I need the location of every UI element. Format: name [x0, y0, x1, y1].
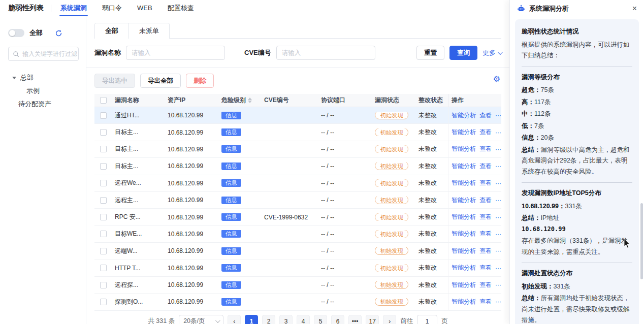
view-link[interactable]: 查看 — [479, 213, 492, 221]
smart-analyze-link[interactable]: 智能分析 — [452, 230, 476, 238]
goto-page-input[interactable] — [417, 315, 437, 324]
view-link[interactable]: 查看 — [479, 162, 492, 171]
row-more-link[interactable]: ··· — [495, 180, 501, 187]
tree-node-hq[interactable]: 总部 — [8, 71, 79, 84]
smart-analyze-link[interactable]: 智能分析 — [452, 162, 476, 171]
row-checkbox[interactable] — [100, 180, 107, 186]
query-button[interactable]: 查询 — [449, 46, 477, 60]
view-link[interactable]: 查看 — [479, 281, 492, 289]
table-row[interactable]: 远程We... 10.68.120.99 信息 -- / -- 初始发现 未整改… — [94, 175, 501, 192]
table-row[interactable]: 远程探... 10.68.120.99 信息 -- / -- 初始发现 未整改 … — [94, 277, 501, 294]
vuln-name-cell[interactable]: 目标WE... — [112, 230, 165, 238]
view-link[interactable]: 查看 — [479, 196, 492, 205]
vuln-name-cell[interactable]: 远程探... — [112, 281, 165, 289]
tab-undispatched[interactable]: 未派单 — [128, 23, 169, 39]
smart-analyze-link[interactable]: 智能分析 — [452, 298, 476, 306]
row-checkbox[interactable] — [100, 265, 107, 271]
vuln-name-cell[interactable]: 远程We... — [112, 179, 165, 187]
page-number-button[interactable]: 5 — [314, 315, 327, 324]
table-row[interactable]: 远程主... 10.68.120.99 信息 -- / -- 初始发现 未整改 … — [94, 192, 501, 209]
tab-weak-password[interactable]: 弱口令 — [102, 0, 122, 16]
col-risk-level[interactable]: 危险级别 — [218, 96, 261, 105]
row-checkbox[interactable] — [100, 197, 107, 204]
export-all-button[interactable]: 导出全部 — [140, 74, 181, 88]
close-icon[interactable]: × — [632, 5, 637, 13]
row-checkbox[interactable] — [100, 129, 107, 136]
vuln-name-cell[interactable]: 目标主... — [112, 145, 165, 153]
vuln-name-cell[interactable]: 目标主... — [112, 162, 165, 171]
table-row[interactable]: RPC 安... 10.68.120.99 信息 CVE-1999-0632 -… — [94, 209, 501, 225]
sort-icon[interactable] — [248, 98, 252, 103]
row-checkbox[interactable] — [100, 299, 107, 305]
prev-page-button[interactable]: ‹ — [228, 315, 241, 324]
view-link[interactable]: 查看 — [479, 247, 492, 255]
table-row[interactable]: 探测到O... 10.68.120.99 信息 -- / -- 初始发现 未整改… — [94, 294, 501, 310]
reset-button[interactable]: 重置 — [416, 46, 444, 60]
column-settings-gear-icon[interactable]: ⚙ — [493, 75, 500, 83]
vuln-name-cell[interactable]: 远端W... — [112, 247, 165, 255]
table-row[interactable]: 目标主... 10.68.120.99 信息 -- / -- 初始发现 未整改 … — [94, 141, 501, 158]
tab-system-vuln[interactable]: 系统漏洞 — [60, 0, 87, 16]
export-selected-button[interactable]: 导出选中 — [94, 74, 135, 88]
vuln-name-cell[interactable]: RPC 安... — [112, 213, 165, 221]
vuln-name-cell[interactable]: HTTP T... — [112, 265, 165, 272]
table-row[interactable]: 远端W... 10.68.120.99 信息 -- / -- 初始发现 未整改 … — [94, 243, 501, 260]
row-more-link[interactable]: ··· — [495, 197, 501, 204]
smart-analyze-link[interactable]: 智能分析 — [452, 128, 476, 137]
row-checkbox[interactable] — [100, 163, 107, 170]
smart-analyze-link[interactable]: 智能分析 — [452, 179, 476, 187]
panel-scrollbar[interactable] — [640, 203, 643, 279]
tab-web[interactable]: WEB — [137, 0, 152, 16]
next-page-button[interactable]: › — [383, 315, 396, 324]
vuln-name-cell[interactable]: 通过HT... — [112, 111, 165, 120]
vuln-name-cell[interactable]: 远程主... — [112, 196, 165, 205]
tree-filter-input[interactable] — [22, 50, 78, 57]
row-more-link[interactable]: ··· — [495, 265, 501, 272]
row-more-link[interactable]: ··· — [495, 231, 501, 238]
row-more-link[interactable]: ··· — [495, 129, 501, 136]
row-more-link[interactable]: ··· — [495, 298, 501, 305]
row-checkbox[interactable] — [100, 282, 107, 288]
smart-analyze-link[interactable]: 智能分析 — [452, 281, 476, 289]
select-all-checkbox[interactable] — [100, 97, 107, 104]
view-link[interactable]: 查看 — [479, 128, 492, 137]
row-more-link[interactable]: ··· — [495, 163, 501, 170]
all-toggle[interactable] — [8, 29, 24, 37]
row-checkbox[interactable] — [100, 231, 107, 237]
delete-button[interactable]: 删除 — [186, 74, 214, 88]
table-row[interactable]: 目标主... 10.68.120.99 信息 -- / -- 初始发现 未整改 … — [94, 158, 501, 175]
smart-analyze-link[interactable]: 智能分析 — [452, 213, 476, 221]
page-number-button[interactable]: 1 — [245, 315, 258, 324]
view-link[interactable]: 查看 — [479, 298, 492, 306]
row-more-link[interactable]: ··· — [495, 112, 501, 119]
tab-config-check[interactable]: 配置核查 — [168, 0, 194, 16]
row-more-link[interactable]: ··· — [495, 214, 501, 221]
view-link[interactable]: 查看 — [479, 111, 492, 120]
smart-analyze-link[interactable]: 智能分析 — [452, 111, 476, 120]
page-number-button[interactable]: 3 — [279, 315, 293, 324]
smart-analyze-link[interactable]: 智能分析 — [452, 247, 476, 255]
page-number-button[interactable]: 17 — [366, 315, 379, 324]
row-more-link[interactable]: ··· — [495, 281, 501, 288]
refresh-icon[interactable] — [55, 29, 62, 37]
page-number-button[interactable]: 4 — [297, 315, 310, 324]
row-checkbox[interactable] — [100, 248, 107, 254]
vuln-name-input[interactable] — [126, 46, 225, 60]
cve-input[interactable] — [276, 46, 375, 60]
tree-node-example[interactable]: 示例 — [8, 84, 79, 98]
row-checkbox[interactable] — [100, 146, 107, 152]
table-row[interactable]: 目标WE... 10.68.120.99 信息 -- / -- 初始发现 未整改… — [94, 226, 501, 243]
page-size-select[interactable]: 20条/页 — [179, 315, 223, 324]
page-number-button[interactable]: ••• — [348, 315, 362, 324]
vuln-name-cell[interactable]: 探测到O... — [112, 298, 165, 306]
smart-analyze-link[interactable]: 智能分析 — [452, 145, 476, 153]
table-row[interactable]: HTTP T... 10.68.120.99 信息 -- / -- 初始发现 未… — [94, 260, 501, 277]
row-more-link[interactable]: ··· — [495, 247, 501, 254]
more-filters-link[interactable]: 更多 — [482, 48, 501, 57]
page-number-button[interactable]: 6 — [331, 315, 344, 324]
smart-analyze-link[interactable]: 智能分析 — [452, 264, 476, 272]
table-row[interactable]: 目标主... 10.68.120.99 信息 -- / -- 初始发现 未整改 … — [94, 124, 501, 141]
vuln-name-cell[interactable]: 目标主... — [112, 128, 165, 137]
view-link[interactable]: 查看 — [479, 145, 492, 153]
row-checkbox[interactable] — [100, 112, 107, 119]
